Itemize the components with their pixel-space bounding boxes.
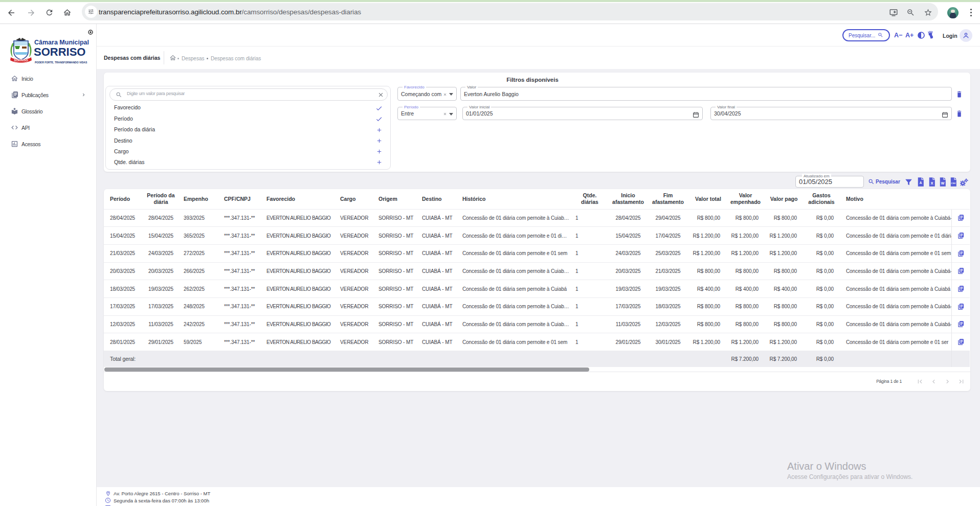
svg-text:X: X: [930, 181, 933, 186]
svg-text:W: W: [941, 181, 945, 185]
svg-text:SORRISO: SORRISO: [14, 59, 28, 62]
svg-text:A: A: [920, 181, 922, 185]
svg-text:CSV: CSV: [951, 182, 956, 185]
